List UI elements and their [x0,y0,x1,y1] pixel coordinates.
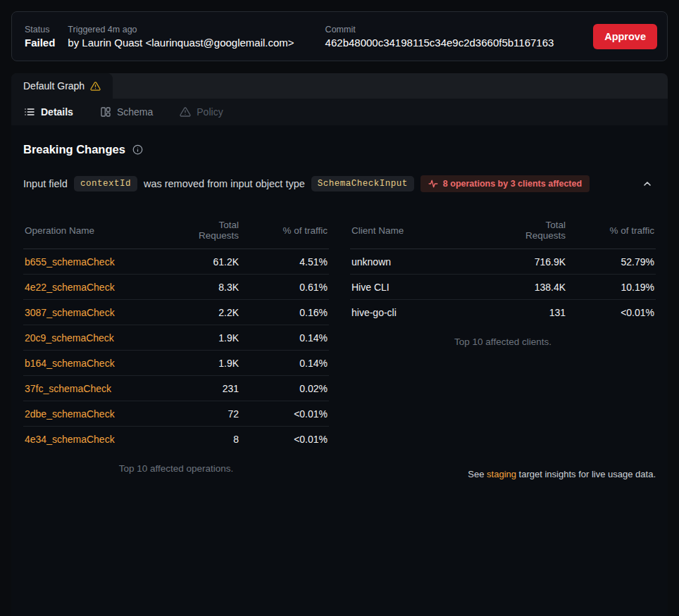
info-icon[interactable] [132,144,143,155]
traffic-col-header: % of traffic [567,212,656,249]
operation-row: 4e22_schemaCheck 8.3K 0.61% [23,275,329,300]
operations-table: Operation Name Total Requests % of traff… [23,212,329,451]
commit-value: 462b48000c34198115c34e9c2d3660f5b1167163 [325,37,554,49]
client-traffic: 52.79% [567,249,656,275]
field-code-badge: contextId [74,176,137,191]
list-icon [24,106,35,118]
client-row: hive-go-cli 131 <0.01% [350,300,656,325]
status-label: Status [25,25,55,34]
breaking-change-row[interactable]: Input field contextId was removed from i… [23,175,656,192]
operation-row: 4e34_schemaCheck 8 <0.01% [23,427,329,452]
operation-requests: 2.2K [176,300,240,325]
tab-default-graph[interactable]: Default Graph [11,73,113,99]
client-name: unknown [350,249,503,275]
operation-row: b164_schemaCheck 1.9K 0.14% [23,351,329,376]
client-requests: 716.9K [503,249,567,275]
operation-link[interactable]: b655_schemaCheck [25,256,115,268]
collapse-chevron-up-icon[interactable] [639,175,656,192]
operations-column: Operation Name Total Requests % of traff… [23,212,329,479]
clients-table: Client Name Total Requests % of traffic … [350,212,656,325]
operations-caption: Top 10 affected operations. [23,451,329,479]
operation-requests: 61.2K [176,249,240,275]
operation-row: 37fc_schemaCheck 231 0.02% [23,376,329,401]
staging-target-link[interactable]: staging [487,469,516,479]
status-block: Status Failed [25,25,55,49]
note-post: target insights for live usage data. [516,469,656,479]
clients-col-header: Client Name [350,212,503,249]
schema-icon [100,106,111,118]
operation-link[interactable]: 20c9_schemaCheck [25,332,114,344]
details-panel: Breaking Changes Input field contextId w… [11,125,668,616]
graph-tab-label: Default Graph [23,80,85,92]
traffic-col-header: % of traffic [240,212,329,249]
client-row: unknown 716.9K 52.79% [350,249,656,275]
change-prefix: Input field [23,178,68,189]
tab-policy[interactable]: Policy [180,106,223,118]
client-traffic: 10.19% [567,275,656,300]
client-name: Hive CLI [350,275,503,300]
change-middle: was removed from input object type [144,178,305,189]
operation-traffic: 0.16% [240,300,329,325]
operation-row: b655_schemaCheck 61.2K 4.51% [23,249,329,275]
operation-row: 20c9_schemaCheck 1.9K 0.14% [23,325,329,351]
operation-requests: 72 [176,401,240,427]
operation-traffic: <0.01% [240,401,329,427]
operation-traffic: 0.61% [240,275,329,300]
tab-details[interactable]: Details [24,106,73,118]
tab-schema[interactable]: Schema [100,106,153,118]
operation-requests: 231 [176,376,240,401]
client-name: hive-go-cli [350,300,503,325]
operation-link[interactable]: 3087_schemaCheck [25,307,115,318]
triggered-block: Triggered 4m ago by Laurin Quast <laurin… [68,25,294,49]
affected-operations-badge[interactable]: 8 operations by 3 clients affected [421,175,590,192]
client-traffic: <0.01% [567,300,656,325]
operation-link[interactable]: 4e22_schemaCheck [25,282,115,293]
commit-label: Commit [325,25,554,34]
activity-icon [428,179,438,189]
operation-traffic: 0.14% [240,325,329,351]
operation-link[interactable]: b164_schemaCheck [25,358,115,369]
triggered-label: Triggered 4m ago [68,25,294,34]
operation-traffic: 4.51% [240,249,329,275]
approve-button[interactable]: Approve [593,24,657,49]
breaking-changes-title: Breaking Changes [23,143,125,156]
operation-row: 3087_schemaCheck 2.2K 0.16% [23,300,329,325]
tab-policy-label: Policy [197,106,223,118]
graph-tab-strip: Default Graph [11,73,668,99]
operation-requests: 1.9K [176,325,240,351]
operation-traffic: 0.14% [240,351,329,376]
type-code-badge: SchemaCheckInput [311,176,414,191]
client-row: Hive CLI 138.4K 10.19% [350,275,656,300]
insights-note: See staging target insights for live usa… [350,469,656,479]
operation-traffic: <0.01% [240,427,329,452]
operation-link[interactable]: 4e34_schemaCheck [25,434,115,445]
operation-row: 2dbe_schemaCheck 72 <0.01% [23,401,329,427]
tab-schema-label: Schema [117,106,153,118]
clients-caption: Top 10 affected clients. [350,325,656,353]
clients-column: Client Name Total Requests % of traffic … [350,212,656,479]
operation-link[interactable]: 2dbe_schemaCheck [25,408,115,420]
triggered-value: by Laurin Quast <laurinquast@googlemail.… [68,37,294,49]
check-summary-card: Status Failed Triggered 4m ago by Laurin… [11,11,668,61]
note-pre: See [468,469,487,479]
requests-col-header: Total Requests [176,212,240,249]
alert-triangle-icon [180,106,191,118]
affected-badge-label: 8 operations by 3 clients affected [443,179,582,189]
status-value: Failed [25,37,55,49]
commit-block: Commit 462b48000c34198115c34e9c2d3660f5b… [325,25,554,49]
tab-details-label: Details [41,106,73,118]
client-requests: 138.4K [503,275,567,300]
check-toolbar: Details Schema Policy [11,99,668,125]
operation-traffic: 0.02% [240,376,329,401]
requests-col-header: Total Requests [503,212,567,249]
warning-triangle-icon [90,81,101,92]
operation-requests: 8 [176,427,240,452]
operation-requests: 8.3K [176,275,240,300]
operation-link[interactable]: 37fc_schemaCheck [25,383,111,394]
client-requests: 131 [503,300,567,325]
operation-requests: 1.9K [176,351,240,376]
operations-col-header: Operation Name [23,212,176,249]
